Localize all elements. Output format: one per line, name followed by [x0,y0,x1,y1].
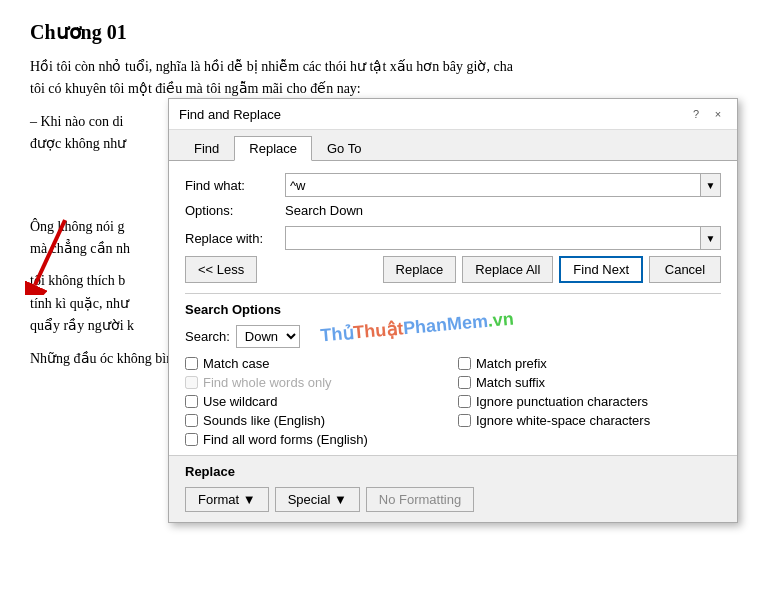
options-label: Options: [185,203,285,218]
no-formatting-button[interactable]: No Formatting [366,487,474,512]
ignore-whitespace-row: Ignore white-space characters [458,413,721,428]
cancel-button[interactable]: Cancel [649,256,721,283]
find-what-row: Find what: ▼ [185,173,721,197]
search-direction-label: Search: [185,329,230,344]
find-what-dropdown[interactable]: ▼ [700,174,720,196]
ignore-whitespace-checkbox[interactable] [458,414,471,427]
paragraph-1: Hồi tôi còn nhỏ tuổi, nghĩa là hồi dễ bị… [30,56,749,101]
replace-section: Replace Format ▼ Special ▼ No Formatting [169,455,737,522]
help-button[interactable]: ? [687,105,705,123]
dialog-title: Find and Replace [179,107,281,122]
find-all-forms-row: Find all word forms (English) [185,432,448,447]
replace-footer-title: Replace [185,464,721,479]
close-button[interactable]: × [709,105,727,123]
action-buttons-row: << Less Replace Replace All Find Next Ca… [185,256,721,283]
tab-find[interactable]: Find [179,136,234,160]
dialog-controls: ? × [687,105,727,123]
use-wildcards-row: Use wildcard [185,394,448,409]
search-direction-select[interactable]: Down Up All [236,325,300,348]
replace-footer-buttons: Format ▼ Special ▼ No Formatting [185,487,721,512]
replace-all-button[interactable]: Replace All [462,256,553,283]
find-what-input-wrapper: ▼ [285,173,721,197]
replace-with-label: Replace with: [185,231,285,246]
match-suffix-checkbox[interactable] [458,376,471,389]
find-what-label: Find what: [185,178,285,193]
match-suffix-label: Match suffix [476,375,545,390]
replace-with-input[interactable] [286,229,700,248]
search-options-title: Search Options [185,302,721,317]
less-button[interactable]: << Less [185,256,257,283]
find-what-input[interactable] [286,176,700,195]
match-case-checkbox[interactable] [185,357,198,370]
ignore-whitespace-label: Ignore white-space characters [476,413,650,428]
format-button[interactable]: Format ▼ [185,487,269,512]
find-all-forms-checkbox[interactable] [185,433,198,446]
tab-replace[interactable]: Replace [234,136,312,161]
sounds-like-label: Sounds like (English) [203,413,325,428]
chapter-title: Chương 01 [30,20,749,44]
dialog-titlebar: Find and Replace ? × [169,99,737,130]
replace-button[interactable]: Replace [383,256,457,283]
sounds-like-checkbox[interactable] [185,414,198,427]
sounds-like-row: Sounds like (English) [185,413,448,428]
checkboxes-grid: Match case Match prefix Find whole words… [185,356,721,447]
use-wildcards-label: Use wildcard [203,394,277,409]
options-row: Options: Search Down [185,203,721,218]
ignore-punct-row: Ignore punctuation characters [458,394,721,409]
match-case-label: Match case [203,356,269,371]
replace-with-input-wrapper: ▼ [285,226,721,250]
tab-goto[interactable]: Go To [312,136,376,160]
find-next-button[interactable]: Find Next [559,256,643,283]
whole-words-label: Find whole words only [203,375,332,390]
search-options-section: Search Options Search: Down Up All Match… [185,293,721,447]
dialog-body: Find what: ▼ Options: Search Down Replac… [169,160,737,522]
red-arrow [25,215,85,299]
options-value: Search Down [285,203,363,218]
match-case-row: Match case [185,356,448,371]
svg-line-1 [35,220,65,285]
ignore-punct-checkbox[interactable] [458,395,471,408]
use-wildcards-checkbox[interactable] [185,395,198,408]
find-all-forms-label: Find all word forms (English) [203,432,368,447]
replace-with-dropdown[interactable]: ▼ [700,227,720,249]
search-direction-row: Search: Down Up All [185,325,721,348]
find-replace-dialog: Find and Replace ? × Find Replace Go To … [168,98,738,523]
dialog-tabs: Find Replace Go To [169,130,737,160]
match-prefix-checkbox[interactable] [458,357,471,370]
match-prefix-label: Match prefix [476,356,547,371]
match-suffix-row: Match suffix [458,375,721,390]
whole-words-row: Find whole words only [185,375,448,390]
ignore-punct-label: Ignore punctuation characters [476,394,648,409]
special-button[interactable]: Special ▼ [275,487,360,512]
whole-words-checkbox[interactable] [185,376,198,389]
replace-with-row: Replace with: ▼ [185,226,721,250]
match-prefix-row: Match prefix [458,356,721,371]
